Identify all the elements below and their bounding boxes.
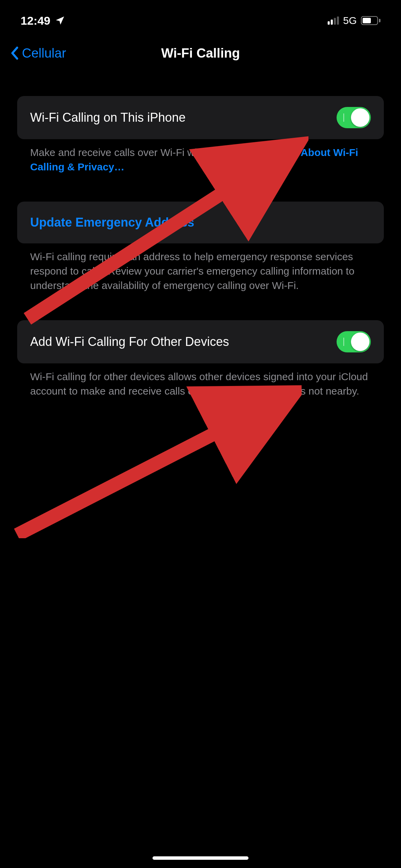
wifi-calling-footer: Make and receive calls over Wi-Fi with y… — [17, 145, 384, 191]
signal-strength-icon — [328, 16, 339, 25]
other-devices-toggle[interactable] — [337, 331, 371, 352]
other-devices-footer: Wi-Fi calling for other devices allows o… — [17, 370, 384, 415]
chevron-left-icon — [10, 46, 19, 60]
status-time: 12:49 — [21, 14, 50, 27]
wifi-calling-label: Wi-Fi Calling on This iPhone — [30, 110, 186, 125]
location-arrow-icon — [54, 15, 65, 26]
status-right: 5G — [328, 15, 380, 26]
back-label: Cellular — [22, 46, 66, 61]
update-emergency-address-label: Update Emergency Address — [30, 215, 194, 229]
back-button[interactable]: Cellular — [10, 46, 66, 61]
other-devices-row: Add Wi-Fi Calling For Other Devices — [17, 320, 384, 363]
battery-icon — [361, 16, 380, 25]
network-type-label: 5G — [343, 15, 357, 26]
page-title: Wi-Fi Calling — [161, 46, 240, 61]
nav-header: Cellular Wi-Fi Calling — [0, 38, 401, 69]
home-indicator[interactable] — [153, 856, 248, 860]
status-left: 12:49 — [21, 14, 65, 27]
status-bar: 12:49 5G — [0, 0, 401, 38]
wifi-calling-toggle[interactable] — [337, 107, 371, 128]
other-devices-label: Add Wi-Fi Calling For Other Devices — [30, 335, 229, 349]
wifi-calling-row: Wi-Fi Calling on This iPhone — [17, 96, 384, 139]
emergency-footer: Wi-Fi calling requires an address to hel… — [17, 250, 384, 310]
svg-line-3 — [17, 398, 284, 535]
update-emergency-address-row[interactable]: Update Emergency Address — [17, 202, 384, 243]
settings-content: Wi-Fi Calling on This iPhone Make and re… — [0, 69, 401, 415]
